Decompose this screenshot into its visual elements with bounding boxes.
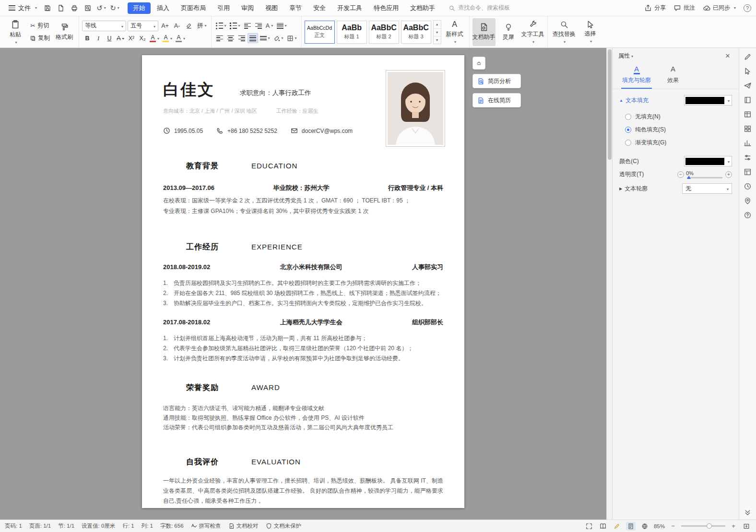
tab-effects[interactable]: A 效果	[666, 63, 680, 89]
style-heading-3[interactable]: AaBbC 标题 3	[401, 21, 431, 44]
protection-button[interactable]: 文档未保护	[266, 522, 302, 530]
gradient-fill-radio[interactable]: 渐变填充(G)	[625, 136, 666, 149]
cut-button[interactable]: ✂ 剪切	[28, 21, 51, 31]
zoom-slider[interactable]	[681, 525, 725, 527]
transparency-plus-button[interactable]: +	[725, 171, 732, 178]
chart-tool-button[interactable]	[744, 139, 752, 147]
style-gallery-up[interactable]: ▴	[434, 21, 441, 28]
doc-assistant-button[interactable]: 文档助手	[472, 18, 496, 46]
print-layout-button[interactable]	[626, 522, 636, 531]
grow-font-button[interactable]: A+	[160, 21, 170, 31]
tab-insert[interactable]: 插入	[152, 2, 175, 14]
shading-button[interactable]	[272, 33, 285, 43]
copy-button[interactable]: 复制	[28, 33, 51, 43]
web-layout-button[interactable]	[640, 522, 650, 531]
redo-button[interactable]: ↻	[108, 2, 121, 14]
format-painter-button[interactable]: 格式刷	[53, 18, 76, 46]
pinyin-button[interactable]: 拼	[196, 21, 208, 31]
justify-button[interactable]	[248, 33, 258, 43]
style-gallery-more[interactable]: ▾	[434, 36, 441, 44]
increase-indent-button[interactable]	[253, 21, 264, 31]
tab-references[interactable]: 引用	[212, 2, 235, 14]
color-picker[interactable]	[684, 156, 732, 166]
underline-button[interactable]: U	[104, 34, 115, 44]
document-page[interactable]: 白佳文 求职意向：人事行政工作 意向城市：北京 / 上海 / 广州 / 深圳 地…	[142, 55, 464, 508]
online-resume-button[interactable]: 在线简历	[472, 93, 521, 107]
scrollbar-thumb[interactable]	[608, 49, 612, 160]
layout-tool-button[interactable]	[744, 168, 752, 176]
strip-more-button[interactable]	[744, 508, 752, 517]
style-heading-1[interactable]: AaBb 标题 1	[337, 21, 367, 44]
font-color-button[interactable]: A	[148, 34, 161, 44]
text-outline-section-toggle[interactable]: ▶ 文本轮廓	[619, 185, 648, 193]
zoom-in-button[interactable]: +	[730, 522, 737, 530]
edit-mode-button[interactable]	[612, 522, 622, 531]
number-list-button[interactable]	[228, 21, 242, 31]
slider-thumb[interactable]	[687, 176, 691, 179]
tab-page-layout[interactable]: 页面布局	[176, 2, 211, 14]
tab-doc-assistant[interactable]: 文档助手	[405, 2, 440, 14]
tab-section[interactable]: 章节	[284, 2, 307, 14]
font-name-select[interactable]: 等线	[82, 21, 126, 31]
fullscreen-button[interactable]	[584, 522, 594, 531]
send-tool-button[interactable]	[744, 82, 752, 90]
fit-page-button[interactable]	[742, 522, 751, 531]
settings-tool-button[interactable]	[744, 154, 752, 162]
tab-fill-outline[interactable]: A 填充与轮廓	[621, 63, 652, 89]
collapse-panel-button[interactable]	[472, 57, 485, 70]
vertical-scrollbar[interactable]	[606, 48, 612, 520]
print-preview-button[interactable]	[82, 2, 94, 14]
select-button[interactable]: 选择	[579, 18, 602, 46]
highlight-button[interactable]: A	[161, 34, 174, 44]
shrink-font-button[interactable]: A-	[172, 21, 182, 31]
print-button[interactable]	[68, 2, 81, 14]
share-button[interactable]: 分享	[644, 4, 666, 12]
table-tool-button[interactable]	[744, 110, 752, 118]
template-tool-button[interactable]	[744, 96, 752, 104]
align-center-button[interactable]	[225, 33, 236, 43]
decrease-indent-button[interactable]	[242, 21, 253, 31]
show-marks-button[interactable]	[275, 21, 288, 31]
sync-status-button[interactable]: 已同步	[703, 4, 736, 12]
zoom-out-button[interactable]: −	[669, 522, 677, 530]
solid-fill-radio[interactable]: 纯色填充(S)	[625, 123, 666, 136]
tab-developer[interactable]: 开发工具	[332, 2, 367, 14]
history-tool-button[interactable]	[744, 182, 752, 190]
strikethrough-button[interactable]: A	[115, 34, 126, 44]
char-shading-button[interactable]: A	[174, 34, 187, 44]
text-tool-button[interactable]: 文字工具	[521, 18, 544, 46]
clear-format-button[interactable]	[184, 21, 194, 31]
borders-button[interactable]	[285, 33, 298, 43]
help-tool-button[interactable]	[744, 211, 752, 219]
export-button[interactable]	[55, 2, 67, 14]
font-size-select[interactable]: 五号	[128, 21, 158, 31]
italic-button[interactable]: I	[93, 34, 104, 44]
spell-check-button[interactable]: 拼写检查	[191, 522, 221, 530]
style-heading-2[interactable]: AaBbC 标题 2	[369, 21, 399, 44]
bold-button[interactable]: B	[82, 34, 93, 44]
bullet-list-button[interactable]	[214, 21, 228, 31]
sort-button[interactable]: A	[264, 21, 275, 31]
tab-security[interactable]: 安全	[308, 2, 331, 14]
text-fill-section-toggle[interactable]: ▲ 文本填充	[619, 96, 649, 105]
tab-special-apps[interactable]: 特色应用	[368, 2, 404, 14]
proofread-button[interactable]: 文档校对	[228, 522, 259, 530]
line-spacing-button[interactable]	[259, 33, 272, 43]
undo-button[interactable]: ↺	[95, 2, 107, 14]
help-button[interactable]: ?	[744, 4, 751, 12]
resume-analysis-button[interactable]: 简历分析	[472, 74, 521, 88]
transparency-minus-button[interactable]: −	[677, 171, 684, 178]
panel-title[interactable]: 属性	[618, 52, 633, 60]
comment-button[interactable]: 批注	[673, 4, 695, 12]
lingxi-button[interactable]: 灵犀	[497, 18, 520, 46]
tab-home[interactable]: 开始	[128, 2, 151, 14]
new-style-button[interactable]: A 新样式	[443, 18, 466, 46]
find-replace-button[interactable]: 查找替换	[551, 18, 578, 46]
slider-track[interactable]	[687, 177, 722, 178]
tab-view[interactable]: 视图	[260, 2, 283, 14]
subscript-button[interactable]: X₂	[137, 34, 148, 44]
pen-tool-button[interactable]	[744, 53, 752, 61]
word-count-button[interactable]: 字数: 656	[160, 522, 184, 530]
superscript-button[interactable]: X²	[126, 34, 137, 44]
zoom-slider-thumb[interactable]	[707, 523, 712, 529]
